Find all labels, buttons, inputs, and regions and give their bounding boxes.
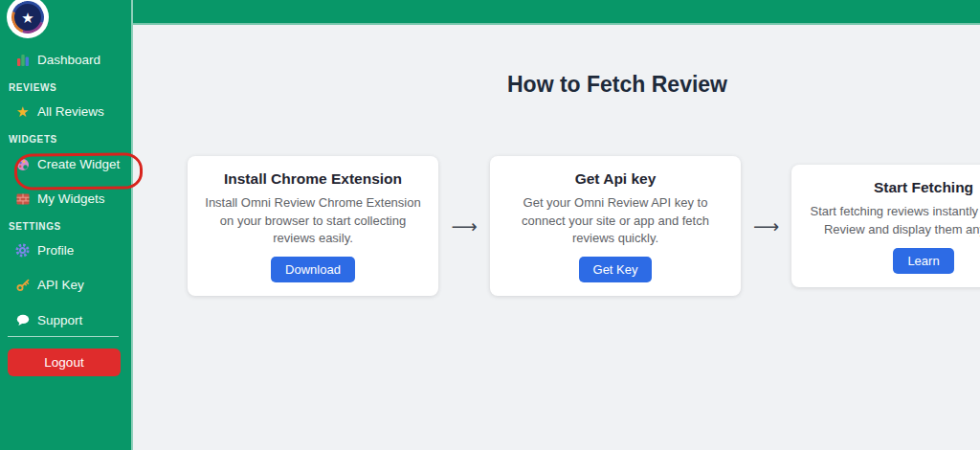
bar-chart-icon [15, 53, 30, 67]
download-button[interactable]: Download [271, 257, 355, 282]
top-bar [133, 0, 980, 25]
star-icon: ★ [15, 104, 30, 119]
step-arrow: ⟶ [741, 215, 791, 237]
step-arrow: ⟶ [438, 215, 490, 237]
bricks-icon [15, 191, 30, 206]
sidebar-section-settings: SETTINGS [9, 221, 61, 232]
logout-button[interactable]: Logout [8, 349, 121, 376]
sidebar-item-label: Profile [37, 243, 74, 258]
right-arrow-icon: ⟶ [451, 215, 477, 237]
sidebar-item-create-widget[interactable]: Create Widget [15, 157, 120, 171]
sidebar-item-label: Create Widget [37, 157, 120, 171]
card-body: Install Omni Review Chrome Extension on … [202, 194, 424, 248]
key-icon [15, 278, 30, 292]
logo-star-icon: ★ [21, 11, 33, 25]
sidebar-item-label: My Widgets [37, 191, 105, 206]
sidebar-item-my-widgets[interactable]: My Widgets [15, 191, 105, 206]
logo-ring-icon: ★ [6, 0, 49, 39]
card-title: Get Api key [504, 170, 726, 188]
chat-bubble-icon [15, 313, 30, 327]
palette-icon [15, 157, 30, 171]
sidebar-item-label: API Key [37, 278, 84, 292]
card-start-fetching: Start Fetching Start fetching reviews in… [791, 165, 980, 286]
sidebar-item-label: Support [37, 313, 82, 327]
card-title: Start Fetching [806, 179, 980, 196]
app-logo[interactable]: ★ [7, 0, 49, 38]
sidebar-item-all-reviews[interactable]: ★ All Reviews [15, 104, 104, 119]
page-title: How to Fetch Review [188, 72, 980, 98]
sidebar-divider [8, 336, 119, 337]
sidebar-section-reviews: REVIEWS [9, 82, 56, 93]
card-body: Get your Omni Review API key to connect … [504, 194, 726, 248]
card-title: Install Chrome Extension [202, 170, 424, 188]
sidebar-item-profile[interactable]: Profile [15, 243, 74, 258]
sidebar-item-api-key[interactable]: API Key [15, 278, 84, 292]
app-window: ★ Dashboard REVIEWS ★ All Reviews WIDGET… [0, 0, 980, 450]
learn-button[interactable]: Learn [893, 248, 953, 274]
sidebar: ★ Dashboard REVIEWS ★ All Reviews WIDGET… [0, 0, 133, 450]
card-body: Start fetching reviews instantly with Om… [806, 203, 980, 238]
get-key-button[interactable]: Get Key [579, 257, 653, 282]
card-get-api-key: Get Api key Get your Omni Review API key… [490, 156, 741, 296]
sidebar-item-label: Dashboard [37, 53, 100, 67]
how-to-steps: Install Chrome Extension Install Omni Re… [188, 159, 980, 293]
card-install-chrome-extension: Install Chrome Extension Install Omni Re… [188, 156, 438, 296]
gear-icon [15, 243, 30, 258]
right-arrow-icon: ⟶ [753, 215, 779, 237]
sidebar-item-dashboard[interactable]: Dashboard [15, 53, 100, 67]
sidebar-section-widgets: WIDGETS [9, 134, 57, 145]
sidebar-item-label: All Reviews [37, 104, 104, 119]
sidebar-item-support[interactable]: Support [15, 313, 82, 327]
